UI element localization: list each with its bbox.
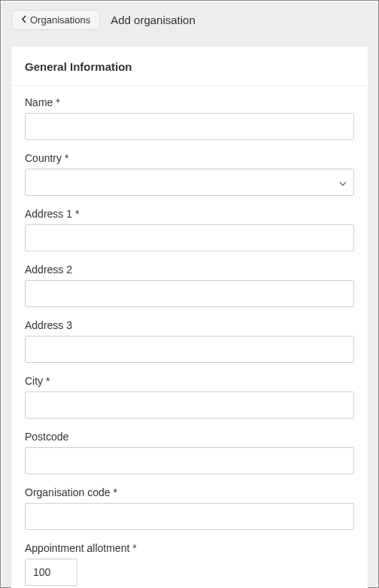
country-select[interactable] (25, 169, 354, 196)
card-title: General Information (11, 47, 368, 86)
general-information-card: General Information Name * Country * (11, 47, 368, 588)
organisation-code-label: Organisation code * (25, 486, 354, 498)
organisation-code-input[interactable] (25, 503, 354, 530)
city-label: City * (25, 375, 354, 387)
address1-label: Address 1 * (25, 208, 354, 220)
address3-input[interactable] (25, 336, 354, 363)
city-input[interactable] (25, 391, 354, 419)
country-label: Country * (25, 152, 354, 164)
appointment-allotment-input[interactable] (25, 559, 77, 586)
name-input[interactable] (25, 113, 354, 140)
address3-label: Address 3 (25, 319, 354, 331)
address2-input[interactable] (25, 280, 354, 307)
back-to-organisations-button[interactable]: Organisations (11, 10, 100, 30)
postcode-input[interactable] (25, 447, 354, 474)
page-title: Add organisation (111, 14, 196, 26)
address1-input[interactable] (25, 224, 354, 251)
name-label: Name * (25, 96, 354, 108)
postcode-label: Postcode (25, 431, 354, 443)
address2-label: Address 2 (25, 264, 354, 276)
back-button-label: Organisations (30, 15, 90, 25)
header-bar: Organisations Add organisation (2, 2, 377, 38)
appointment-allotment-label: Appointment allotment * (25, 542, 354, 554)
chevron-left-icon (21, 15, 27, 25)
